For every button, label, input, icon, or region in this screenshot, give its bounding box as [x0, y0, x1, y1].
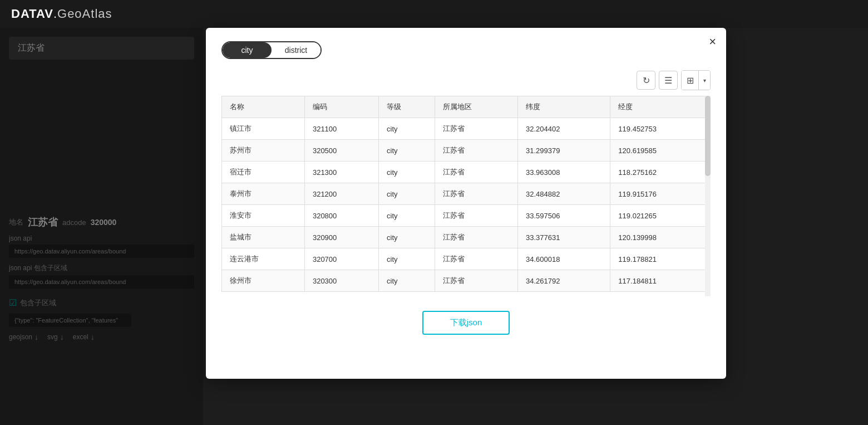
col-header-region: 所属地区	[435, 96, 518, 118]
table-body: 镇江市321100city江苏省32.204402119.452753苏州市32…	[222, 118, 711, 292]
table-cell-code: 321100	[304, 118, 378, 140]
table-cell-lng: 119.021265	[610, 205, 711, 227]
table-cell-lat: 33.597506	[518, 205, 610, 227]
table-row: 宿迁市321300city江苏省33.963008118.275162	[222, 162, 711, 183]
table-cell-region: 江苏省	[435, 248, 518, 270]
table-icon: ☰	[664, 75, 672, 86]
table-cell-name: 苏州市	[222, 140, 305, 162]
tab-group: city district	[221, 41, 322, 59]
table-row: 连云港市320700city江苏省34.600018119.178821	[222, 248, 711, 270]
table-cell-lng: 119.452753	[610, 118, 711, 140]
header: DATAV.GeoAtlas	[0, 0, 868, 28]
data-table-wrapper: 名称 编码 等级 所属地区 纬度 经度 镇江市321100city江苏省32.2…	[221, 96, 711, 296]
table-cell-code: 321200	[304, 183, 378, 205]
table-cell-name: 盐城市	[222, 227, 305, 248]
table-cell-level: city	[379, 183, 435, 205]
table-cell-lat: 33.377631	[518, 227, 610, 248]
table-cell-lng: 120.139998	[610, 227, 711, 248]
scrollbar-track[interactable]	[705, 96, 711, 296]
logo-datav: DATAV	[11, 7, 53, 21]
col-header-level: 等级	[379, 96, 435, 118]
table-cell-level: city	[379, 205, 435, 227]
table-cell-code: 321300	[304, 162, 378, 183]
table-cell-name: 淮安市	[222, 205, 305, 227]
table-cell-region: 江苏省	[435, 227, 518, 248]
table-row: 镇江市321100city江苏省32.204402119.452753	[222, 118, 711, 140]
table-cell-lat: 32.484882	[518, 183, 610, 205]
table-cell-code: 320700	[304, 248, 378, 270]
table-cell-name: 镇江市	[222, 118, 305, 140]
table-cell-lat: 31.299379	[518, 140, 610, 162]
col-header-code: 编码	[304, 96, 378, 118]
table-cell-code: 320300	[304, 270, 378, 292]
grid-view-dropdown[interactable]: ▾	[699, 71, 710, 90]
table-cell-region: 江苏省	[435, 118, 518, 140]
table-cell-level: city	[379, 140, 435, 162]
table-cell-level: city	[379, 248, 435, 270]
table-view-button[interactable]: ☰	[659, 71, 678, 90]
grid-view-split-button: ⊞ ▾	[681, 70, 711, 90]
table-cell-lat: 32.204402	[518, 118, 610, 140]
table-cell-lat: 33.963008	[518, 162, 610, 183]
grid-view-button[interactable]: ⊞	[682, 71, 698, 90]
table-cell-lng: 119.178821	[610, 248, 711, 270]
table-cell-lat: 34.600018	[518, 248, 610, 270]
table-cell-level: city	[379, 162, 435, 183]
table-cell-level: city	[379, 227, 435, 248]
table-cell-code: 320800	[304, 205, 378, 227]
table-cell-lat: 34.261792	[518, 270, 610, 292]
grid-icon: ⊞	[687, 75, 694, 86]
table-row: 盐城市320900city江苏省33.377631120.139998	[222, 227, 711, 248]
table-row: 徐州市320300city江苏省34.261792117.184811	[222, 270, 711, 292]
logo-dot: .	[53, 7, 57, 21]
tab-district[interactable]: district	[272, 42, 320, 58]
table-cell-level: city	[379, 118, 435, 140]
table-cell-lng: 117.184811	[610, 270, 711, 292]
col-header-name: 名称	[222, 96, 305, 118]
table-cell-region: 江苏省	[435, 162, 518, 183]
table-cell-code: 320500	[304, 140, 378, 162]
table-header-row: 名称 编码 等级 所属地区 纬度 经度	[222, 96, 711, 118]
table-cell-region: 江苏省	[435, 205, 518, 227]
table-cell-region: 江苏省	[435, 270, 518, 292]
table-cell-lng: 118.275162	[610, 162, 711, 183]
logo: DATAV.GeoAtlas	[11, 7, 112, 21]
close-button[interactable]: ×	[709, 36, 716, 48]
table-cell-region: 江苏省	[435, 140, 518, 162]
table-cell-level: city	[379, 270, 435, 292]
table-header: 名称 编码 等级 所属地区 纬度 经度	[222, 96, 711, 118]
modal: × city district ↻ ☰ ⊞ ▾ 名称 编码	[206, 28, 726, 379]
chevron-down-icon: ▾	[703, 77, 706, 84]
data-table: 名称 编码 等级 所属地区 纬度 经度 镇江市321100city江苏省32.2…	[221, 96, 711, 292]
table-cell-code: 320900	[304, 227, 378, 248]
table-cell-lng: 120.619585	[610, 140, 711, 162]
toolbar: ↻ ☰ ⊞ ▾	[221, 70, 711, 90]
refresh-icon: ↻	[643, 75, 650, 86]
table-cell-name: 宿迁市	[222, 162, 305, 183]
col-header-lat: 纬度	[518, 96, 610, 118]
download-json-button[interactable]: 下载json	[422, 311, 510, 335]
table-cell-name: 徐州市	[222, 270, 305, 292]
table-row: 苏州市320500city江苏省31.299379120.619585	[222, 140, 711, 162]
table-cell-region: 江苏省	[435, 183, 518, 205]
logo-geo: GeoAtlas	[57, 7, 112, 21]
table-row: 泰州市321200city江苏省32.484882119.915176	[222, 183, 711, 205]
table-cell-lng: 119.915176	[610, 183, 711, 205]
tab-city[interactable]: city	[223, 42, 272, 58]
table-cell-name: 泰州市	[222, 183, 305, 205]
refresh-button[interactable]: ↻	[637, 71, 655, 90]
scrollbar-thumb[interactable]	[705, 96, 711, 176]
table-cell-name: 连云港市	[222, 248, 305, 270]
col-header-lng: 经度	[610, 96, 711, 118]
table-row: 淮安市320800city江苏省33.597506119.021265	[222, 205, 711, 227]
